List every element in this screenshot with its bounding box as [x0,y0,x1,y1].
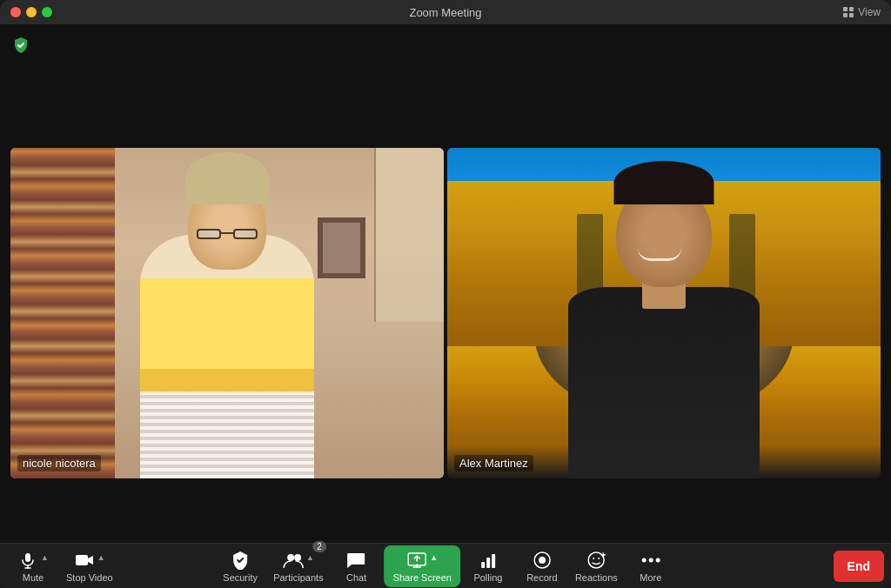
video-tile-alex: Alex Martinez [447,148,881,478]
svg-rect-16 [492,554,495,568]
svg-rect-15 [486,558,490,568]
svg-point-9 [287,554,294,561]
participants-caret: ▲ [306,553,314,562]
minimize-button[interactable] [26,7,37,17]
camera-icon [74,550,95,571]
svg-point-20 [593,558,594,559]
stop-video-button[interactable]: ▲ Stop Video [61,545,118,587]
share-screen-caret: ▲ [430,553,438,562]
reactions-label: Reactions [575,572,618,583]
svg-rect-3 [849,13,854,17]
window-title: Zoom Meeting [409,6,481,19]
toolbar-right: End [834,551,884,582]
chat-icon [346,550,367,571]
svg-point-18 [539,557,546,564]
participants-button[interactable]: 2 ▲ Participants [268,545,328,587]
participant-name-alex: Alex Martinez [454,455,533,471]
stop-video-label: Stop Video [66,572,113,583]
svg-rect-14 [481,562,485,568]
video-grid: nicole nicotera [0,24,891,543]
video-caret: ▲ [97,553,105,562]
traffic-lights [10,7,52,17]
reactions-button[interactable]: Reactions [570,545,623,587]
svg-rect-1 [849,7,854,11]
share-screen-icon [406,550,427,571]
video-tile-nicole: nicole nicotera [10,148,444,478]
svg-marker-8 [88,556,93,565]
security-badge [9,33,33,57]
svg-rect-0 [843,7,847,11]
grid-icon [842,6,854,18]
toolbar-left: ▲ Mute ▲ Stop Video [7,545,118,587]
toolbar: ▲ Mute ▲ Stop Video [0,543,891,588]
end-button[interactable]: End [834,551,884,582]
view-label: View [858,6,881,18]
more-label: More [640,572,661,583]
more-button[interactable]: More [625,545,677,587]
shield-check-icon [11,36,30,55]
maximize-button[interactable] [42,7,52,17]
svg-point-26 [655,558,660,562]
close-button[interactable] [10,7,21,17]
participants-label: Participants [273,572,323,583]
share-screen-label: Share Screen [393,572,452,583]
microphone-icon [17,550,38,571]
title-bar: Zoom Meeting View [0,0,891,24]
svg-rect-2 [843,13,847,17]
toolbar-center: Security 2 ▲ Participants [214,545,677,587]
record-label: Record [526,572,557,583]
record-button[interactable]: Record [516,545,568,587]
chat-label: Chat [346,572,366,583]
svg-point-25 [648,558,653,562]
security-toolbar-button[interactable]: Security [214,545,266,587]
reactions-icon [586,550,606,571]
svg-point-10 [294,554,301,561]
svg-rect-7 [76,555,88,565]
mute-button[interactable]: ▲ Mute [7,545,59,587]
svg-point-21 [598,558,600,559]
svg-rect-4 [25,553,30,562]
view-button[interactable]: View [842,6,881,18]
polling-button[interactable]: Polling [462,545,514,587]
security-toolbar-label: Security [223,572,258,583]
mute-caret: ▲ [41,553,49,562]
video-area: nicole nicotera [0,24,891,543]
participants-icon [283,550,304,571]
mute-label: Mute [23,572,44,583]
polling-label: Polling [473,572,502,583]
more-icon [640,550,661,571]
security-toolbar-icon [230,550,251,571]
svg-point-24 [641,558,646,562]
chat-button[interactable]: Chat [331,545,383,587]
share-screen-button[interactable]: ▲ Share Screen [385,545,460,587]
participant-name-nicole: nicole nicotera [17,455,101,471]
polling-icon [478,550,499,571]
record-icon [532,550,553,571]
